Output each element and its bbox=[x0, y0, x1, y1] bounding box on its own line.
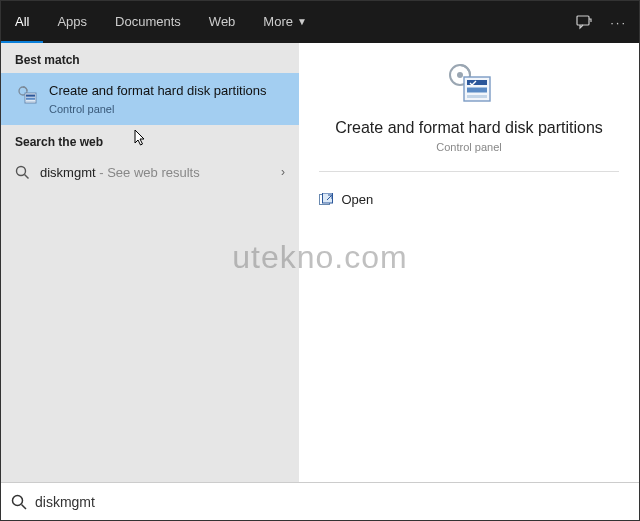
search-bar[interactable] bbox=[1, 482, 639, 520]
tab-more-label: More bbox=[263, 14, 293, 29]
open-action[interactable]: Open bbox=[319, 188, 618, 211]
web-result-query: diskmgmt bbox=[40, 165, 96, 180]
open-icon bbox=[319, 193, 333, 207]
tab-documents[interactable]: Documents bbox=[101, 1, 195, 43]
tab-all[interactable]: All bbox=[1, 1, 43, 43]
web-result-text: diskmgmt - See web results bbox=[40, 165, 200, 180]
best-match-result[interactable]: Create and format hard disk partitions C… bbox=[1, 73, 299, 125]
svg-point-6 bbox=[17, 166, 26, 175]
preview-panel: Create and format hard disk partitions C… bbox=[299, 43, 639, 482]
svg-rect-0 bbox=[577, 16, 589, 25]
svg-rect-11 bbox=[467, 80, 487, 85]
search-icon bbox=[15, 165, 30, 180]
open-label: Open bbox=[341, 192, 373, 207]
svg-line-7 bbox=[25, 174, 29, 178]
chevron-right-icon: › bbox=[281, 165, 285, 179]
tab-web-label: Web bbox=[209, 14, 236, 29]
disk-partition-large-icon bbox=[444, 61, 494, 105]
results-panel: Best match Create and format hard disk p… bbox=[1, 43, 299, 482]
search-scope-tabs: All Apps Documents Web More▼ bbox=[1, 1, 321, 43]
best-match-text: Create and format hard disk partitions C… bbox=[49, 83, 267, 115]
svg-point-17 bbox=[13, 495, 23, 505]
best-match-subtitle: Control panel bbox=[49, 103, 267, 115]
tab-apps-label: Apps bbox=[57, 14, 87, 29]
svg-rect-12 bbox=[467, 88, 487, 93]
preview-title: Create and format hard disk partitions bbox=[335, 119, 603, 137]
search-icon bbox=[11, 494, 27, 510]
tab-all-label: All bbox=[15, 14, 29, 29]
tab-documents-label: Documents bbox=[115, 14, 181, 29]
web-result-item[interactable]: diskmgmt - See web results › bbox=[1, 155, 299, 190]
disk-partition-icon bbox=[15, 83, 39, 107]
tab-more[interactable]: More▼ bbox=[249, 1, 321, 43]
svg-rect-13 bbox=[467, 95, 487, 98]
web-result-suffix: - See web results bbox=[96, 165, 200, 180]
more-options-icon[interactable]: ··· bbox=[610, 15, 627, 30]
best-match-title: Create and format hard disk partitions bbox=[49, 83, 267, 100]
best-match-label: Best match bbox=[1, 43, 299, 73]
search-input[interactable] bbox=[35, 494, 629, 510]
content-area: Best match Create and format hard disk p… bbox=[1, 43, 639, 482]
preview-subtitle: Control panel bbox=[436, 141, 501, 153]
svg-rect-5 bbox=[26, 101, 35, 102]
svg-line-18 bbox=[22, 504, 27, 509]
feedback-icon[interactable] bbox=[576, 14, 592, 30]
tab-web[interactable]: Web bbox=[195, 1, 250, 43]
chevron-down-icon: ▼ bbox=[297, 16, 307, 27]
svg-rect-4 bbox=[26, 98, 35, 100]
top-bar: All Apps Documents Web More▼ ··· bbox=[1, 1, 639, 43]
divider bbox=[319, 171, 618, 172]
svg-point-9 bbox=[457, 72, 463, 78]
top-right-icons: ··· bbox=[576, 14, 627, 30]
search-web-label: Search the web bbox=[1, 125, 299, 155]
svg-rect-3 bbox=[26, 95, 35, 97]
tab-apps[interactable]: Apps bbox=[43, 1, 101, 43]
